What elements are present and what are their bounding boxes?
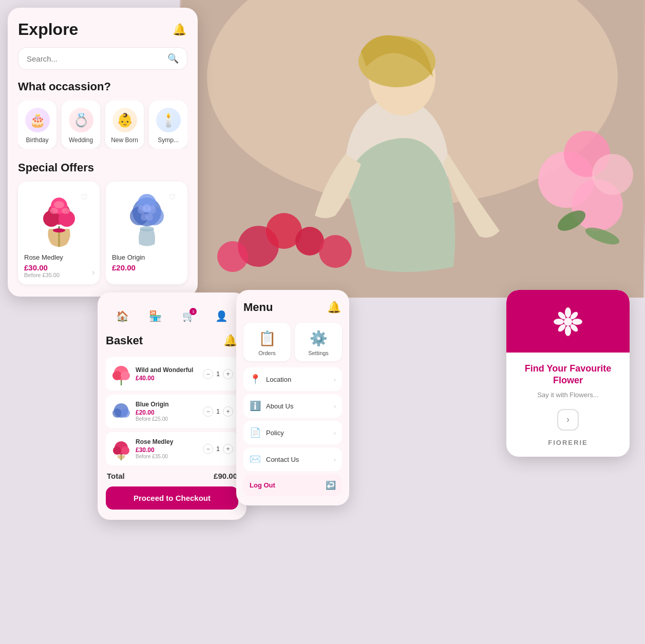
rose-item-info: Rose Medley £30.00 Before £35.00	[136, 438, 199, 459]
svg-point-41	[112, 408, 122, 418]
wild-item-info: Wild and Wonderful £40.00	[136, 366, 199, 382]
basket-item-rose: Rose Medley £30.00 Before £35.00 − 1 +	[106, 432, 238, 465]
menu-settings-card[interactable]: ⚙️ Settings	[295, 323, 342, 361]
about-label: About Us	[266, 402, 334, 410]
menu-about-item[interactable]: ℹ️ About Us ›	[243, 394, 342, 418]
product-card-inner-2: ♡	[112, 188, 181, 272]
florist-background	[180, 0, 645, 298]
basket-screen: 🏠 🏪 🛒 3 👤 Basket 🔔 Wild and Wonderful £4…	[98, 292, 246, 520]
contact-label: Contact Us	[266, 456, 334, 463]
basket-header: Basket 🔔	[106, 333, 238, 349]
menu-policy-item[interactable]: 📄 Policy ›	[243, 421, 342, 444]
svg-point-45	[113, 446, 121, 455]
svg-point-24	[62, 208, 70, 214]
menu-header: Menu 🔔	[243, 299, 342, 316]
total-amount: £90.00	[214, 472, 237, 480]
special-offers-grid: ♡	[18, 182, 187, 284]
brand-tagline: Find Your Favourite Flower	[515, 363, 621, 387]
nav-basket-icon[interactable]: 🛒 3	[179, 307, 198, 325]
menu-location-item[interactable]: 📍 Location ›	[243, 367, 342, 391]
policy-label: Policy	[266, 429, 334, 437]
newborn-label: New Born	[111, 136, 138, 144]
heart-rose-medley[interactable]: ♡	[77, 190, 91, 204]
occasion-newborn[interactable]: 👶 New Born	[105, 101, 144, 149]
wedding-label: Wedding	[69, 136, 93, 144]
menu-title: Menu	[243, 301, 273, 314]
brand-hero	[506, 290, 630, 353]
heart-blue-origin[interactable]: ♡	[165, 190, 179, 204]
occasion-birthday[interactable]: 🎂 Birthday	[18, 101, 56, 149]
wild-qty-num: 1	[216, 370, 220, 378]
rose-medley-price: £30.00	[24, 263, 93, 272]
menu-icons-row: 📋 Orders ⚙️ Settings	[243, 323, 342, 361]
location-label: Location	[266, 376, 334, 383]
svg-point-26	[140, 226, 154, 231]
rose-qty-minus[interactable]: −	[203, 444, 213, 454]
menu-orders-card[interactable]: 📋 Orders	[243, 323, 291, 361]
blue-qty-control: − 1 +	[203, 406, 233, 417]
nav-home-icon[interactable]: 🏠	[113, 307, 131, 325]
explore-header: Explore 🔔	[18, 20, 187, 39]
policy-arrow-icon: ›	[334, 429, 336, 437]
rose-medley-old-price: Before £35.00	[24, 272, 93, 278]
contact-icon: ✉️	[250, 454, 261, 465]
birthday-icon: 🎂	[25, 108, 50, 132]
occasion-sympathy[interactable]: 🕯️ Symp...	[149, 101, 187, 149]
blue-item-price: £20.00	[136, 409, 199, 416]
svg-point-33	[143, 204, 151, 212]
brand-flower-icon	[552, 305, 584, 338]
blue-qty-minus[interactable]: −	[203, 406, 213, 417]
explore-title: Explore	[18, 20, 78, 39]
blue-origin-price: £20.00	[112, 263, 181, 272]
rose-bouquet-svg	[41, 190, 77, 247]
search-bar[interactable]: 🔍	[18, 47, 187, 70]
occasion-wedding[interactable]: 💍 Wedding	[62, 101, 100, 149]
logout-item[interactable]: Log Out ↩️	[243, 474, 342, 496]
search-input[interactable]	[27, 54, 167, 63]
blue-item-image	[111, 400, 131, 423]
occasion-grid: 🎂 Birthday 💍 Wedding 👶 New Born 🕯️ Symp.…	[18, 101, 187, 149]
menu-contact-item[interactable]: ✉️ Contact Us ›	[243, 447, 342, 471]
occasion-section-title: What occassion?	[18, 80, 187, 93]
svg-point-35	[146, 213, 153, 221]
basket-item-blue: Blue Origin £20.00 Before £25.00 − 1 +	[106, 395, 238, 428]
blue-origin-name: Blue Origin	[112, 253, 181, 261]
about-icon: ℹ️	[250, 400, 261, 412]
menu-bell-icon[interactable]: 🔔	[326, 299, 342, 316]
nav-profile-icon[interactable]: 👤	[213, 307, 231, 325]
wild-qty-control: − 1 +	[203, 369, 233, 379]
basket-badge: 3	[189, 308, 197, 315]
search-icon: 🔍	[167, 53, 179, 64]
product-card-inner-1: ♡	[24, 188, 93, 278]
checkout-button[interactable]: Proceed to Checkout	[106, 486, 238, 510]
blue-item-info: Blue Origin £20.00 Before £25.00	[136, 401, 199, 422]
newborn-icon: 👶	[112, 108, 137, 132]
sympathy-icon: 🕯️	[156, 108, 181, 132]
wild-qty-plus[interactable]: +	[223, 369, 233, 379]
wild-qty-minus[interactable]: −	[203, 369, 213, 379]
sympathy-label: Symp...	[158, 136, 179, 144]
brand-subtitle: Say it with Flowers...	[515, 391, 621, 399]
product-rose-medley[interactable]: ♡	[18, 182, 100, 284]
notification-bell-icon[interactable]: 🔔	[171, 22, 187, 38]
rose-qty-plus[interactable]: +	[223, 444, 233, 454]
wild-item-price: £40.00	[136, 375, 199, 382]
basket-title: Basket	[106, 334, 143, 347]
card-arrow-1[interactable]: ›	[92, 268, 94, 277]
basket-bottom-nav: 🏠 🏪 🛒 3 👤	[106, 303, 238, 326]
rose-medley-name: Rose Medley	[24, 253, 93, 261]
blue-item-old-price: Before £25.00	[136, 416, 199, 422]
product-blue-origin[interactable]: ♡	[106, 182, 187, 284]
svg-point-38	[112, 371, 122, 380]
brand-arrow-button[interactable]: ›	[557, 409, 579, 431]
contact-arrow-icon: ›	[334, 456, 336, 463]
nav-store-icon[interactable]: 🏪	[146, 307, 165, 325]
svg-point-23	[50, 208, 58, 214]
svg-point-50	[554, 319, 564, 325]
settings-icon: ⚙️	[310, 330, 328, 347]
birthday-label: Birthday	[26, 136, 48, 144]
blue-hydrangea-svg	[126, 190, 167, 247]
rose-qty-num: 1	[216, 445, 220, 453]
blue-qty-plus[interactable]: +	[223, 406, 233, 417]
logout-label: Log Out	[250, 481, 326, 489]
